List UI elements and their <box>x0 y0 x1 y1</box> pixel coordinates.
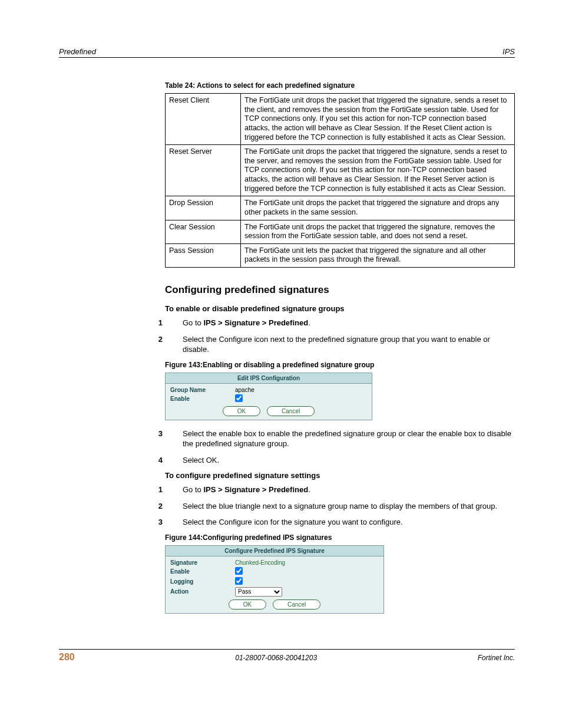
company-name: Fortinet Inc. <box>478 654 515 662</box>
dialog-title: Configure Predefined IPS Signature <box>166 546 384 556</box>
header-right: IPS <box>503 47 515 56</box>
doc-id: 01-28007-0068-20041203 <box>75 654 478 662</box>
logging-checkbox[interactable] <box>235 577 243 585</box>
dialog-title: Edit IPS Configuration <box>166 373 372 384</box>
ok-button[interactable]: OK <box>229 599 266 610</box>
enable-checkbox[interactable] <box>235 567 243 575</box>
action-desc: The FortiGate unit drops the packet that… <box>241 220 515 243</box>
action-name: Clear Session <box>166 220 241 243</box>
table-row: Clear Session The FortiGate unit drops t… <box>166 220 515 243</box>
step: Select the enable box to enable the pred… <box>165 429 515 449</box>
step: Select the Configure icon for the signat… <box>165 517 515 528</box>
enable-label: Enable <box>170 568 235 575</box>
step: Go to IPS > Signature > Predefined. <box>165 485 515 495</box>
enable-checkbox[interactable] <box>235 394 243 402</box>
page-number: 280 <box>59 652 75 663</box>
table-row: Drop Session The FortiGate unit drops th… <box>166 196 515 220</box>
table-row: Pass Session The FortiGate unit lets the… <box>166 243 515 267</box>
action-name: Drop Session <box>166 196 241 220</box>
step: Select OK. <box>165 455 515 466</box>
figure-143-caption: Figure 143:Enabling or disabling a prede… <box>165 361 515 369</box>
configure-signature-dialog: Configure Predefined IPS Signature Signa… <box>165 545 384 614</box>
table-caption: Table 24: Actions to select for each pre… <box>165 81 515 90</box>
table-row: Reset Server The FortiGate unit drops th… <box>166 145 515 196</box>
actions-table: Reset Client The FortiGate unit drops th… <box>165 93 515 268</box>
action-desc: The FortiGate unit drops the packet that… <box>241 145 515 196</box>
cancel-button[interactable]: Cancel <box>267 406 315 416</box>
step: Select the Configure icon next to the pr… <box>165 334 515 355</box>
table-row: Reset Client The FortiGate unit drops th… <box>166 94 515 145</box>
page-footer: 280 01-28007-0068-20041203 Fortinet Inc. <box>59 649 515 663</box>
enable-label: Enable <box>170 396 235 402</box>
procedure-a-title: To enable or disable predefined signatur… <box>165 304 515 313</box>
procedure-b-title: To configure predefined signature settin… <box>165 471 515 480</box>
step: Go to IPS > Signature > Predefined. <box>165 318 515 328</box>
action-name: Pass Session <box>166 243 241 267</box>
action-label: Action <box>170 588 235 595</box>
action-desc: The FortiGate unit lets the packet that … <box>241 243 515 267</box>
group-name-label: Group Name <box>170 387 235 393</box>
group-name-value: apache <box>235 387 254 393</box>
action-name: Reset Client <box>166 94 241 145</box>
figure-144-caption: Figure 144:Configuring predefined IPS si… <box>165 533 515 542</box>
signature-label: Signature <box>170 559 235 566</box>
action-name: Reset Server <box>166 145 241 196</box>
action-desc: The FortiGate unit drops the packet that… <box>241 196 515 220</box>
action-desc: The FortiGate unit drops the packet that… <box>241 94 515 145</box>
step: Select the blue triangle next to a signa… <box>165 501 515 512</box>
action-select[interactable]: Pass <box>235 587 282 597</box>
cancel-button[interactable]: Cancel <box>273 599 320 610</box>
page-header: Predefined IPS <box>59 47 515 58</box>
section-heading: Configuring predefined signatures <box>165 284 515 296</box>
logging-label: Logging <box>170 578 235 585</box>
header-left: Predefined <box>59 47 96 56</box>
edit-ips-config-dialog: Edit IPS Configuration Group Name apache… <box>165 373 372 420</box>
ok-button[interactable]: OK <box>223 406 260 416</box>
signature-value: Chunked-Encoding <box>235 559 285 566</box>
